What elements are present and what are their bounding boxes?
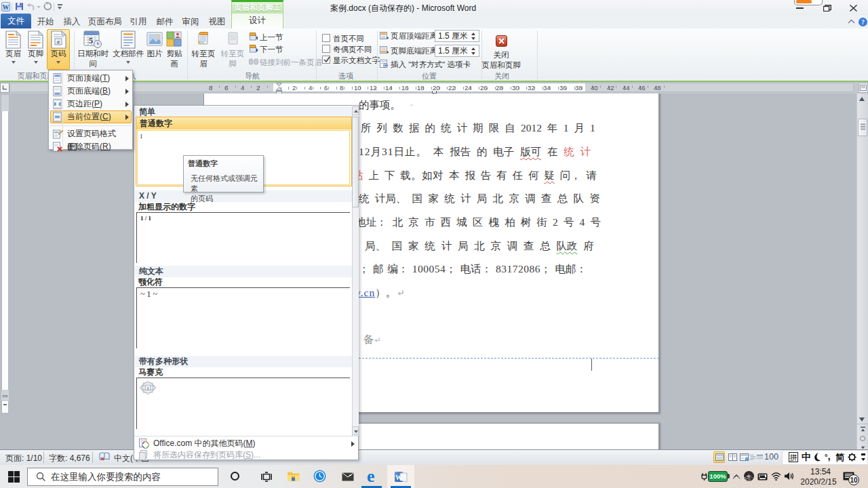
svg-text:#: # [57,39,60,45]
svg-text:W: W [395,474,402,481]
svg-text:5: 5 [89,35,94,45]
svg-text:1: 1 [146,386,149,391]
